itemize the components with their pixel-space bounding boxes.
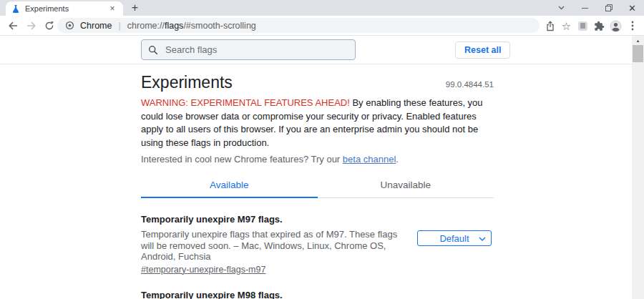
forward-button[interactable]	[24, 19, 39, 33]
flags-main: Experiments 99.0.4844.51 WARNING: EXPERI…	[141, 64, 494, 299]
url-path: /#smooth-scrolling	[183, 21, 255, 31]
flag-entry-m98: Temporarily unexpire M98 flags. Temporar…	[141, 290, 494, 299]
chevron-down-icon	[479, 237, 486, 241]
back-button[interactable]	[6, 19, 20, 33]
promo-period: .	[396, 154, 399, 165]
bookmark-star-icon[interactable]: ☆	[558, 18, 575, 34]
flag-select-value: Default	[439, 233, 469, 244]
scrollbar-thumb[interactable]	[633, 45, 643, 62]
vertical-scrollbar[interactable]: ▲	[632, 36, 644, 299]
warning-text: WARNING: EXPERIMENTAL FEATURES AHEAD! By…	[141, 97, 494, 150]
restore-button[interactable]	[597, 0, 620, 16]
extensions-puzzle-icon[interactable]	[591, 18, 608, 34]
browser-tab-experiments[interactable]: Experiments ×	[6, 1, 123, 16]
promo-lead: Interested in cool new Chrome features? …	[141, 154, 343, 165]
warning-emphasis: WARNING: EXPERIMENTAL FEATURES AHEAD!	[141, 97, 350, 108]
profile-avatar[interactable]	[608, 18, 624, 34]
flag-permalink[interactable]: #temporary-unexpire-flags-m97	[141, 265, 265, 275]
flags-list: Temporarily unexpire M97 flags. Temporar…	[141, 214, 494, 299]
browser-toolbar: Chrome | chrome://flags/#smooth-scrollin…	[0, 16, 644, 36]
url-scheme: chrome://	[127, 21, 165, 31]
promo-text: Interested in cool new Chrome features? …	[141, 154, 494, 165]
address-bar[interactable]: Chrome | chrome://flags/#smooth-scrollin…	[57, 18, 540, 33]
close-window-button[interactable]: ✕	[620, 0, 644, 16]
flags-page-header: Reset all	[0, 36, 632, 64]
window-controls: ✕	[550, 0, 644, 16]
page-title: Experiments	[141, 72, 494, 92]
tab-close-icon[interactable]: ×	[107, 4, 117, 13]
search-input[interactable]	[164, 44, 348, 56]
pinned-extension-icon[interactable]	[575, 18, 591, 34]
flag-entry-m97: Temporarily unexpire M97 flags. Temporar…	[141, 214, 494, 275]
url-separator: |	[118, 20, 120, 31]
reset-all-button[interactable]: Reset all	[455, 41, 510, 59]
share-icon[interactable]	[542, 18, 558, 34]
flag-title: Temporarily unexpire M98 flags.	[141, 290, 408, 299]
tab-strip: Experiments × + ✕	[0, 0, 644, 16]
flask-icon	[11, 4, 20, 13]
flag-select-m97[interactable]: Default	[417, 230, 492, 246]
tab-available[interactable]: Available	[141, 175, 318, 198]
url-page-label: Chrome	[80, 21, 112, 31]
tab-search-icon[interactable]	[550, 0, 573, 16]
flag-title: Temporarily unexpire M97 flags.	[141, 214, 408, 225]
search-flags-box[interactable]	[141, 39, 356, 60]
tab-unavailable[interactable]: Unavailable	[318, 175, 494, 198]
new-tab-button[interactable]: +	[130, 3, 140, 14]
search-icon	[148, 45, 158, 55]
beta-channel-link[interactable]: beta channel	[343, 154, 396, 165]
browser-menu-icon[interactable]	[624, 18, 640, 34]
url-host: flags	[165, 21, 183, 31]
minimize-button[interactable]	[573, 0, 597, 16]
scrollbar-up-arrow-icon[interactable]: ▲	[632, 36, 644, 45]
chrome-version: 99.0.4844.51	[446, 80, 494, 89]
reload-button[interactable]	[42, 19, 57, 33]
toolbar-actions: ☆	[542, 18, 640, 34]
tab-title: Experiments	[25, 4, 107, 13]
internal-page-icon	[65, 21, 74, 30]
flags-tabs: Available Unavailable	[141, 175, 494, 198]
flag-description: Temporarily unexpire flags that expired …	[141, 229, 408, 263]
